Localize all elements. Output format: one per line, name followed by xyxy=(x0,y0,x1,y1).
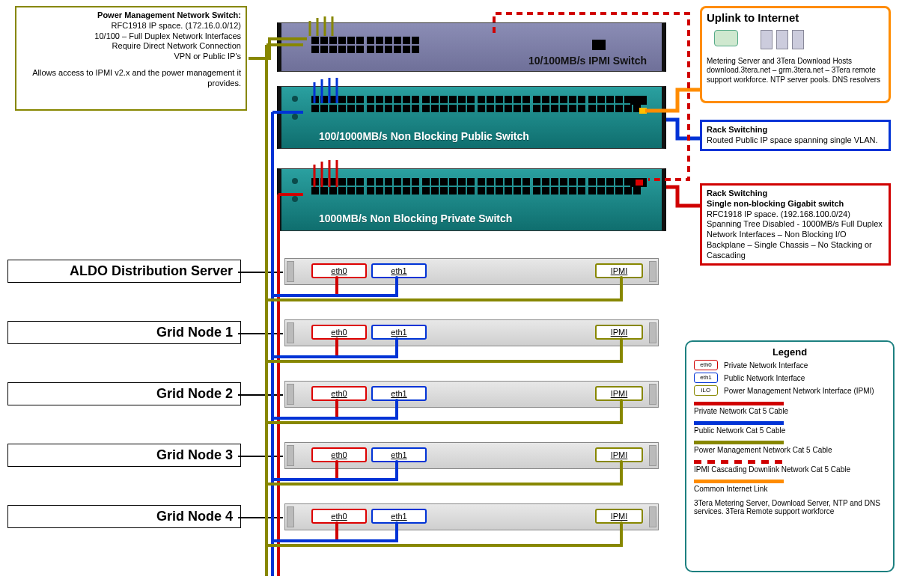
annotation-pmn-l4: VPN or Public IP's xyxy=(21,52,241,62)
server-2-ipmi: IPMI xyxy=(595,386,643,401)
server-1-eth0: eth0 xyxy=(311,325,367,340)
server-label-connector-4 xyxy=(238,517,283,518)
server-3-eth0: eth0 xyxy=(311,447,367,462)
server-2-eth0: eth0 xyxy=(311,386,367,401)
server-label-3: Grid Node 3 xyxy=(7,444,241,467)
annotation-pmn: Power Management Network Switch: RFC1918… xyxy=(15,6,247,111)
legend-cable-0: Private Network Cat 5 Cable xyxy=(694,402,886,415)
annotation-uplink: Uplink to Internet Metering Server and 3… xyxy=(700,6,891,103)
server-4: eth0eth1IPMI xyxy=(284,503,659,530)
server-4-ipmi: IPMI xyxy=(595,509,643,524)
legend-title: Legend xyxy=(694,346,886,358)
legend-cable-4: Common Internet Link xyxy=(694,480,886,493)
server-label-connector-2 xyxy=(238,394,283,396)
server-3-ipmi: IPMI xyxy=(595,447,643,462)
switch-private-label: 1000MB/s Non Blocking Private Switch xyxy=(319,212,512,224)
server-3-eth1: eth1 xyxy=(371,447,427,462)
annotation-rack-public-body: Routed Public IP space spanning single V… xyxy=(707,135,878,144)
annotation-uplink-body: Metering Server and 3Tera Download Hosts… xyxy=(707,57,884,85)
legend-iface-ilo: iLO Power Management Network Interface (… xyxy=(694,385,886,396)
annotation-rack-private-body: RFC1918 IP space. (192.168.100.0/24) Spa… xyxy=(707,209,883,260)
server-label-0: ALDO Distribution Server xyxy=(7,260,241,283)
legend-cable-1: Public Network Cat 5 Cable xyxy=(694,421,886,435)
switch-ipmi: 10/100MB/s IPMI Switch xyxy=(277,22,666,72)
legend-box: Legend eth0 Private Network Interface et… xyxy=(685,340,895,572)
server-0-ipmi: IPMI xyxy=(595,263,643,278)
annotation-rack-private: Rack Switching Single non-blocking Gigab… xyxy=(700,183,891,266)
switch-public: 100/1000MB/s Non Blocking Public Switch xyxy=(277,86,666,149)
server-1: eth0eth1IPMI xyxy=(284,319,659,346)
legend-cable-3: IPMI Cascading Downlink Network Cat 5 Ca… xyxy=(694,460,886,474)
servers-icon xyxy=(761,30,804,52)
switch-public-label: 100/1000MB/s Non Blocking Public Switch xyxy=(319,130,529,142)
legend-cable-5: 3Tera Metering Server, Download Server, … xyxy=(694,499,886,515)
annotation-pmn-title: Power Management Network Switch: xyxy=(21,10,241,21)
switch-private: 1000MB/s Non Blocking Private Switch xyxy=(277,168,666,231)
server-0-eth1: eth1 xyxy=(371,263,427,278)
annotation-rack-public: Rack Switching Routed Public IP space sp… xyxy=(700,120,891,151)
annotation-uplink-title: Uplink to Internet xyxy=(707,11,884,25)
server-3: eth0eth1IPMI xyxy=(284,442,659,469)
server-0-eth0: eth0 xyxy=(311,263,367,278)
switch-ipmi-label: 10/100MB/s IPMI Switch xyxy=(528,55,647,67)
server-label-connector-3 xyxy=(238,456,283,457)
annotation-rack-public-title: Rack Switching xyxy=(707,125,767,134)
legend-iface-eth1: eth1 Public Network Interface xyxy=(694,373,886,383)
server-label-4: Grid Node 4 xyxy=(7,505,241,528)
annotation-pmn-l5: Allows access to IPMI v2.x and the power… xyxy=(21,68,241,89)
server-label-1: Grid Node 1 xyxy=(7,321,241,344)
server-label-connector-0 xyxy=(238,272,283,273)
server-4-eth1: eth1 xyxy=(371,509,427,524)
server-0: eth0eth1IPMI xyxy=(284,258,659,285)
server-label-connector-1 xyxy=(238,333,283,334)
server-2-eth1: eth1 xyxy=(371,386,427,401)
annotation-pmn-l3: Require Direct Network Connection xyxy=(21,41,241,52)
server-4-eth0: eth0 xyxy=(311,509,367,524)
router-icon xyxy=(714,30,738,46)
annotation-pmn-l1: RFC1918 IP space. (172.16.0.0/12) xyxy=(21,21,241,31)
legend-cable-2: Power Management Network Cat 5 Cable xyxy=(694,441,886,454)
server-1-ipmi: IPMI xyxy=(595,325,643,340)
annotation-pmn-l2: 10/100 – Full Duplex Network Interfaces xyxy=(21,31,241,42)
annotation-rack-private-title: Rack Switching xyxy=(707,189,767,197)
server-1-eth1: eth1 xyxy=(371,325,427,340)
annotation-rack-private-sub: Single non-blocking Gigabit switch xyxy=(707,199,844,208)
server-label-2: Grid Node 2 xyxy=(7,382,241,405)
server-2: eth0eth1IPMI xyxy=(284,381,659,408)
legend-iface-eth0: eth0 Private Network Interface xyxy=(694,360,886,370)
